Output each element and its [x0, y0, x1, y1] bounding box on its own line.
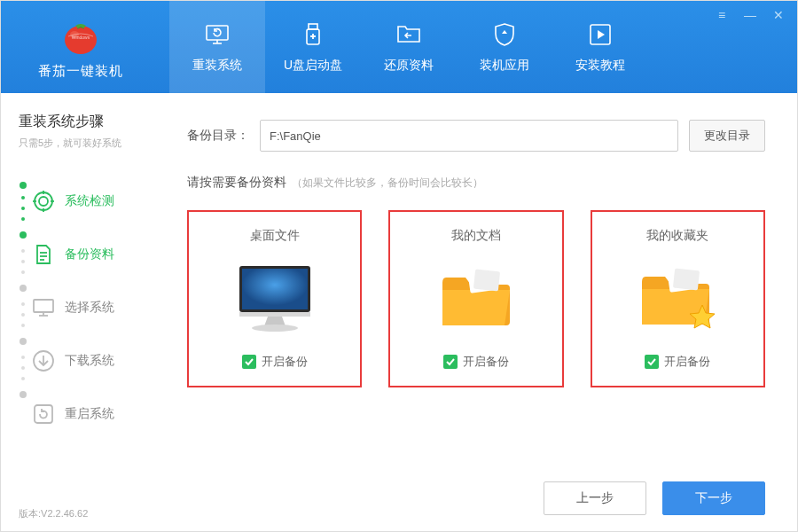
enable-backup-checkbox[interactable]: 开启备份	[645, 354, 710, 370]
svg-rect-23	[35, 405, 52, 423]
nav-label: 重装系统	[192, 58, 242, 74]
prev-button[interactable]: 上一步	[544, 481, 646, 515]
nav-tutorial[interactable]: 安装教程	[552, 1, 648, 93]
close-icon[interactable]: ✕	[771, 8, 786, 22]
nav-apps[interactable]: 装机应用	[457, 1, 552, 93]
main-nav: 重装系统 U盘启动盘 还原资料	[160, 1, 648, 93]
shield-icon	[490, 20, 519, 49]
svg-rect-26	[239, 312, 310, 317]
sidebar-subtitle: 只需5步，就可装好系统	[19, 137, 160, 150]
target-icon	[31, 189, 56, 214]
desktop-monitor-icon	[231, 259, 319, 339]
nav-restore[interactable]: 还原资料	[361, 1, 457, 93]
step-restart[interactable]: 重启系统	[19, 387, 160, 441]
svg-point-10	[39, 197, 48, 206]
monitor-icon	[31, 295, 56, 320]
checkbox-checked-icon	[645, 355, 659, 369]
tomato-icon: Windows	[59, 15, 102, 58]
svg-rect-6	[309, 24, 317, 29]
card-title: 我的收藏夹	[646, 228, 708, 244]
step-label: 下载系统	[65, 353, 114, 369]
svg-text:Windows: Windows	[72, 35, 90, 40]
monitor-refresh-icon	[203, 20, 231, 49]
nav-reinstall[interactable]: 重装系统	[169, 1, 265, 93]
nav-label: 装机应用	[480, 58, 529, 74]
checkbox-checked-icon	[443, 355, 458, 369]
step-label: 系统检测	[65, 193, 114, 209]
backup-hint: 请按需要备份资料（如果文件比较多，备份时间会比较长）	[187, 175, 765, 191]
card-my-documents[interactable]: 我的文档 开启备份	[388, 210, 563, 387]
sidebar: 重装系统步骤 只需5步，就可装好系统	[1, 93, 160, 532]
step-label: 选择系统	[65, 300, 114, 316]
folder-back-icon	[395, 20, 423, 49]
app-title: 番茄一键装机	[38, 63, 123, 80]
sidebar-title: 重装系统步骤	[19, 113, 160, 131]
backup-dir-label: 备份目录：	[187, 128, 249, 144]
window-controls: ≡ — ✕	[714, 8, 786, 22]
next-button[interactable]: 下一步	[662, 481, 765, 515]
nav-label: 还原资料	[384, 58, 434, 74]
folder-star-icon	[633, 259, 722, 339]
usb-icon	[299, 20, 327, 49]
enable-backup-checkbox[interactable]: 开启备份	[443, 354, 509, 370]
main-panel: 备份目录： F:\FanQie 更改目录 请按需要备份资料（如果文件比较多，备份…	[160, 93, 797, 532]
document-icon	[31, 242, 56, 267]
restart-icon	[31, 402, 56, 426]
svg-point-0	[65, 26, 97, 54]
checkbox-checked-icon	[242, 355, 256, 369]
backup-dir-input[interactable]: F:\FanQie	[260, 120, 678, 152]
card-desktop-files[interactable]: 桌面文件 开启备份	[187, 210, 362, 387]
step-download[interactable]: 下载系统	[19, 334, 160, 387]
card-title: 桌面文件	[250, 228, 300, 244]
svg-point-9	[35, 192, 52, 210]
svg-point-27	[252, 325, 298, 332]
step-system-check[interactable]: 系统检测	[19, 175, 160, 228]
step-backup[interactable]: 备份资料	[19, 228, 160, 281]
folder-icon	[434, 259, 519, 339]
enable-backup-checkbox[interactable]: 开启备份	[242, 354, 308, 370]
nav-label: 安装教程	[575, 58, 625, 74]
svg-rect-29	[473, 270, 500, 292]
card-title: 我的文档	[451, 228, 501, 244]
step-label: 重启系统	[65, 406, 114, 422]
minimize-icon[interactable]: —	[742, 8, 758, 22]
svg-rect-3	[207, 26, 228, 40]
step-select-system[interactable]: 选择系统	[19, 281, 160, 334]
play-icon	[586, 20, 614, 49]
card-my-favorites[interactable]: 我的收藏夹 开启备份	[591, 210, 765, 387]
download-icon	[31, 348, 56, 373]
version-label: 版本:V2.2.46.62	[19, 507, 88, 520]
svg-rect-18	[34, 300, 53, 312]
nav-label: U盘启动盘	[284, 58, 342, 74]
svg-rect-25	[242, 269, 308, 309]
step-label: 备份资料	[65, 246, 114, 262]
menu-icon[interactable]: ≡	[714, 8, 730, 22]
svg-rect-31	[673, 269, 700, 291]
nav-usb[interactable]: U盘启动盘	[265, 1, 361, 93]
app-logo-block: Windows 番茄一键装机	[1, 1, 160, 93]
change-dir-button[interactable]: 更改目录	[689, 120, 765, 152]
